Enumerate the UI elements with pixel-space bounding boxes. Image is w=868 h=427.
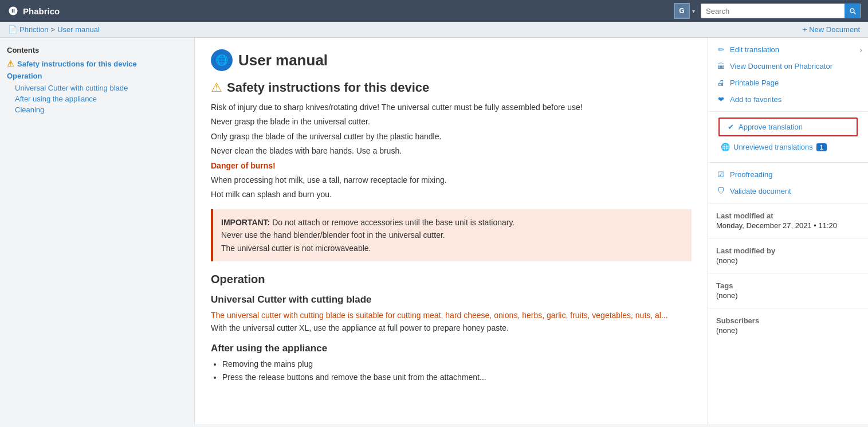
warning-triangle-icon: ⚠	[7, 59, 14, 68]
approve-section: ✔ Approve translation 🌐 Unreviewed trans…	[708, 112, 868, 159]
sub2-heading: After using the appliance	[211, 343, 692, 354]
tags-section: Tags (none)	[708, 277, 868, 304]
important-box: IMPORTANT: Do not attach or remove acces…	[211, 209, 692, 261]
logo-icon	[7, 5, 19, 17]
printer-icon: 🖨	[716, 79, 725, 87]
validate-label: Validate document	[730, 187, 791, 195]
sidebar-link-after[interactable]: After using the appliance	[15, 95, 97, 103]
breadcrumb-phriction[interactable]: Phriction	[19, 25, 49, 34]
list-item: Press the release buttons and remove the…	[222, 371, 692, 385]
globe-small-icon: 🌐	[721, 143, 730, 151]
last-modified-by-section: Last modified by (none)	[708, 242, 868, 269]
safety-heading: Safety instructions for this device	[227, 80, 429, 95]
unreviewed-badge: 1	[816, 143, 827, 151]
breadcrumb-icon: 📄	[8, 25, 17, 34]
content-area: 🌐 User manual ⚠ Safety instructions for …	[195, 38, 708, 424]
important-line-2: Never use the hand blender/blender foot …	[221, 230, 445, 240]
safety-line-3: Only grasp the blade of the universal cu…	[211, 130, 692, 143]
approve-label: Approve translation	[739, 123, 803, 131]
contents-label: Contents	[7, 46, 187, 54]
safety-line-danger: Danger of burns!	[211, 159, 692, 172]
sub1-text2: With the universal cutter XL, use the ap…	[211, 322, 692, 334]
important-line-1: Do not attach or remove accessories unti…	[272, 218, 514, 227]
top-navigation: Phabrico G ▾	[0, 0, 868, 22]
safety-line-6: When processing hot milk, use a tall, na…	[211, 174, 692, 186]
sidebar-operation-label[interactable]: Operation	[7, 72, 187, 80]
add-favorites-link[interactable]: ❤ Add to favorites	[708, 91, 868, 108]
document-title: User manual	[238, 52, 328, 69]
user-menu[interactable]: G ▾	[674, 3, 695, 19]
printable-page-link[interactable]: 🖨 Printable Page	[708, 75, 868, 91]
app-name: Phabrico	[23, 6, 60, 16]
edit-translation-row: ✏ Edit translation ›	[708, 41, 868, 58]
globe-icon: 🌐	[211, 49, 233, 71]
sidebar-sub-item[interactable]: Cleaning	[7, 104, 187, 115]
safety-text-block: Risk of injury due to sharp knives/rotat…	[211, 101, 692, 201]
main-layout: Contents ⚠ Safety instructions for this …	[0, 38, 868, 424]
tags-label: Tags	[716, 281, 860, 290]
edit-translation-label: Edit translation	[730, 45, 779, 54]
important-line-3: The universal cutter is not microwaveabl…	[221, 244, 371, 253]
building-icon: 🏛	[716, 62, 725, 70]
proofreading-label: Proofreading	[730, 170, 772, 179]
last-modified-by-value: (none)	[716, 256, 860, 265]
sub2-bullet-list: Removing the mains plug Press the releas…	[211, 358, 692, 385]
sidebar: Contents ⚠ Safety instructions for this …	[0, 38, 195, 424]
sidebar-warning-item[interactable]: ⚠ Safety instructions for this device	[7, 59, 187, 68]
sub1-heading: Universal Cutter with cutting blade	[211, 294, 692, 305]
proofreading-link[interactable]: ☑ Proofreading	[708, 166, 868, 183]
search-box[interactable]	[701, 3, 861, 18]
check-square-icon: ☑	[716, 170, 725, 179]
view-doc-label: View Document on Phabricator	[730, 62, 832, 70]
view-document-link[interactable]: 🏛 View Document on Phabricator	[708, 58, 868, 75]
expand-chevron-icon: ›	[859, 45, 866, 54]
validate-link[interactable]: ⛉ Validate document	[708, 183, 868, 199]
subscribers-section: Subscribers (none)	[708, 312, 868, 339]
last-modified-at-label: Last modified at	[716, 211, 860, 220]
last-modified-at-section: Last modified at Monday, December 27, 20…	[708, 207, 868, 234]
sidebar-link-cleaning[interactable]: Cleaning	[15, 105, 44, 114]
safety-line-7: Hot milk can splash and burn you.	[211, 188, 692, 201]
search-input[interactable]	[701, 4, 845, 18]
safety-line-1: Risk of injury due to sharp knives/rotat…	[211, 101, 692, 113]
printable-label: Printable Page	[730, 79, 779, 87]
heart-icon: ❤	[716, 95, 725, 104]
sidebar-link-cutter[interactable]: Universal Cutter with cutting blade	[15, 84, 128, 92]
breadcrumb-separator: >	[51, 25, 56, 34]
right-panel-actions: ✏ Edit translation › 🏛 View Document on …	[708, 38, 868, 112]
last-modified-at-value: Monday, December 27, 2021 • 11:20	[716, 221, 860, 230]
pencil-icon: ✏	[716, 45, 725, 54]
breadcrumb-bar: 📄 Phriction > User manual + New Document	[0, 22, 868, 38]
breadcrumb-user-manual[interactable]: User manual	[57, 25, 100, 34]
important-label: IMPORTANT:	[221, 218, 270, 227]
safety-line-2: Never grasp the blade in the universal c…	[211, 115, 692, 128]
app-logo[interactable]: Phabrico	[7, 5, 60, 17]
last-modified-by-label: Last modified by	[716, 246, 860, 255]
breadcrumb: 📄 Phriction > User manual	[8, 25, 100, 34]
search-button[interactable]	[845, 3, 861, 18]
sub1-text1: The universal cutter with cutting blade …	[211, 309, 692, 322]
sidebar-safety-link[interactable]: Safety instructions for this device	[17, 60, 137, 68]
avatar: G	[674, 3, 690, 19]
sidebar-sub-item[interactable]: Universal Cutter with cutting blade	[7, 83, 187, 93]
approve-translation-button[interactable]: ✔ Approve translation	[718, 117, 858, 136]
new-document-button[interactable]: + New Document	[803, 25, 860, 34]
subscribers-label: Subscribers	[716, 316, 860, 325]
safety-section-heading: ⚠ Safety instructions for this device	[211, 80, 692, 95]
tags-value: (none)	[716, 291, 860, 300]
add-favorites-label: Add to favorites	[730, 95, 781, 104]
section-warning-icon: ⚠	[211, 80, 222, 95]
safety-line-4: Never clean the blades with bare hands. …	[211, 144, 692, 157]
subscribers-value: (none)	[716, 326, 860, 335]
list-item: Removing the mains plug	[222, 358, 692, 371]
sidebar-sub-item[interactable]: After using the appliance	[7, 93, 187, 104]
user-chevron-icon: ▾	[692, 8, 695, 14]
unreviewed-label: Unreviewed translations	[733, 143, 813, 151]
unreviewed-translations-link[interactable]: 🌐 Unreviewed translations 1	[713, 139, 863, 155]
validate-icon: ⛉	[716, 187, 725, 195]
operation-heading: Operation	[211, 273, 692, 286]
checkmark-icon: ✔	[728, 123, 734, 131]
document-title-row: 🌐 User manual	[211, 49, 692, 71]
right-panel: ✏ Edit translation › 🏛 View Document on …	[708, 38, 868, 424]
edit-translation-link[interactable]: ✏ Edit translation	[708, 41, 787, 58]
